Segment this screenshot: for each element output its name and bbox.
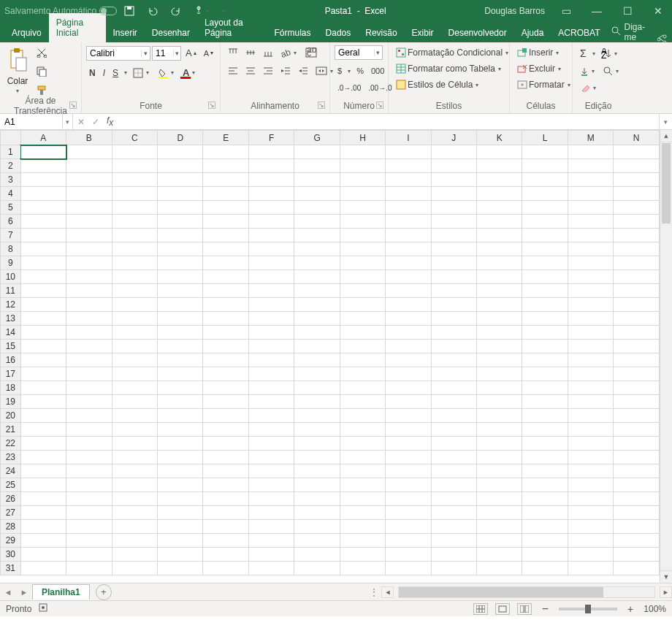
cell[interactable] bbox=[157, 520, 202, 534]
cell[interactable] bbox=[66, 409, 112, 423]
wrap-text-icon[interactable]: abc bbox=[302, 45, 320, 60]
cell[interactable] bbox=[112, 534, 157, 548]
cell[interactable] bbox=[248, 367, 294, 381]
cell[interactable] bbox=[203, 520, 248, 534]
format-as-table-button[interactable]: Formatar como Tabela▾ bbox=[393, 61, 505, 76]
cell[interactable] bbox=[386, 187, 431, 201]
tab-formulas[interactable]: Fórmulas bbox=[267, 23, 318, 42]
cell[interactable] bbox=[248, 562, 294, 575]
column-header[interactable]: E bbox=[203, 131, 248, 145]
hscroll-right-icon[interactable]: ► bbox=[660, 586, 672, 598]
cell[interactable] bbox=[431, 409, 476, 423]
cell[interactable] bbox=[157, 562, 202, 575]
cell[interactable] bbox=[568, 312, 614, 326]
cell[interactable] bbox=[340, 215, 385, 229]
cell[interactable] bbox=[340, 520, 385, 534]
cell[interactable] bbox=[386, 367, 431, 381]
cell[interactable] bbox=[203, 326, 248, 340]
cell[interactable] bbox=[568, 215, 614, 229]
cell[interactable] bbox=[386, 562, 431, 575]
column-header[interactable]: L bbox=[522, 131, 568, 145]
row-header[interactable]: 25 bbox=[1, 478, 21, 492]
cell[interactable] bbox=[66, 423, 112, 437]
cell[interactable] bbox=[203, 562, 248, 575]
cell[interactable] bbox=[522, 173, 568, 187]
cell[interactable] bbox=[522, 548, 568, 562]
cell[interactable] bbox=[203, 492, 248, 506]
row-header[interactable]: 23 bbox=[1, 451, 21, 464]
cell[interactable] bbox=[20, 340, 66, 353]
cell[interactable] bbox=[522, 229, 568, 242]
cell[interactable] bbox=[66, 353, 112, 367]
cell[interactable] bbox=[614, 242, 660, 256]
cell[interactable] bbox=[294, 381, 340, 395]
cell[interactable] bbox=[522, 159, 568, 173]
autosum-icon[interactable]: Σ bbox=[577, 45, 589, 61]
cell[interactable] bbox=[568, 340, 614, 353]
cell[interactable] bbox=[20, 284, 66, 298]
cell[interactable] bbox=[340, 506, 385, 520]
cell[interactable] bbox=[294, 464, 340, 478]
cell[interactable] bbox=[248, 506, 294, 520]
paste-dropdown-icon[interactable]: ▾ bbox=[15, 88, 20, 94]
cell[interactable] bbox=[340, 451, 385, 464]
tab-review[interactable]: Revisão bbox=[358, 23, 404, 42]
column-header[interactable]: H bbox=[340, 131, 385, 145]
cell[interactable] bbox=[340, 395, 385, 409]
row-header[interactable]: 6 bbox=[1, 215, 21, 229]
cell[interactable] bbox=[294, 340, 340, 353]
row-header[interactable]: 9 bbox=[1, 256, 21, 270]
cell[interactable] bbox=[203, 270, 248, 284]
cell[interactable] bbox=[431, 229, 476, 242]
cell[interactable] bbox=[248, 423, 294, 437]
cell[interactable] bbox=[294, 506, 340, 520]
cell[interactable] bbox=[477, 534, 522, 548]
cell[interactable] bbox=[294, 298, 340, 312]
cell[interactable] bbox=[157, 353, 202, 367]
cell[interactable] bbox=[522, 312, 568, 326]
cell[interactable] bbox=[157, 437, 202, 451]
cell[interactable] bbox=[340, 534, 385, 548]
cell[interactable] bbox=[386, 298, 431, 312]
cell[interactable] bbox=[157, 367, 202, 381]
cell[interactable] bbox=[157, 242, 202, 256]
cell[interactable] bbox=[614, 326, 660, 340]
cell[interactable] bbox=[112, 187, 157, 201]
cell[interactable] bbox=[614, 353, 660, 367]
cell[interactable] bbox=[386, 270, 431, 284]
cell[interactable] bbox=[248, 381, 294, 395]
cell[interactable] bbox=[614, 215, 660, 229]
cell[interactable] bbox=[112, 242, 157, 256]
align-right-icon[interactable] bbox=[260, 64, 276, 77]
cell[interactable] bbox=[66, 464, 112, 478]
cell[interactable] bbox=[157, 451, 202, 464]
cell[interactable] bbox=[248, 270, 294, 284]
cell[interactable] bbox=[20, 242, 66, 256]
cell[interactable] bbox=[157, 492, 202, 506]
cell[interactable] bbox=[20, 409, 66, 423]
cell[interactable] bbox=[294, 562, 340, 575]
cell[interactable] bbox=[66, 381, 112, 395]
cell[interactable] bbox=[522, 492, 568, 506]
cell[interactable] bbox=[522, 298, 568, 312]
cell[interactable] bbox=[20, 451, 66, 464]
cell[interactable] bbox=[614, 270, 660, 284]
hscroll-thumb[interactable] bbox=[399, 587, 603, 597]
cell[interactable] bbox=[203, 409, 248, 423]
cell[interactable] bbox=[614, 145, 660, 159]
cell[interactable] bbox=[614, 229, 660, 242]
cell[interactable] bbox=[112, 409, 157, 423]
cell[interactable] bbox=[112, 201, 157, 215]
cell[interactable] bbox=[20, 159, 66, 173]
cell[interactable] bbox=[522, 284, 568, 298]
redo-icon[interactable] bbox=[168, 4, 184, 18]
cell[interactable] bbox=[248, 187, 294, 201]
cell[interactable] bbox=[386, 242, 431, 256]
cancel-formula-icon[interactable]: ✕ bbox=[77, 117, 85, 127]
cell[interactable] bbox=[203, 298, 248, 312]
cell[interactable] bbox=[431, 326, 476, 340]
cell[interactable] bbox=[614, 520, 660, 534]
cell[interactable] bbox=[340, 492, 385, 506]
column-header[interactable]: J bbox=[431, 131, 476, 145]
cell[interactable] bbox=[431, 562, 476, 575]
